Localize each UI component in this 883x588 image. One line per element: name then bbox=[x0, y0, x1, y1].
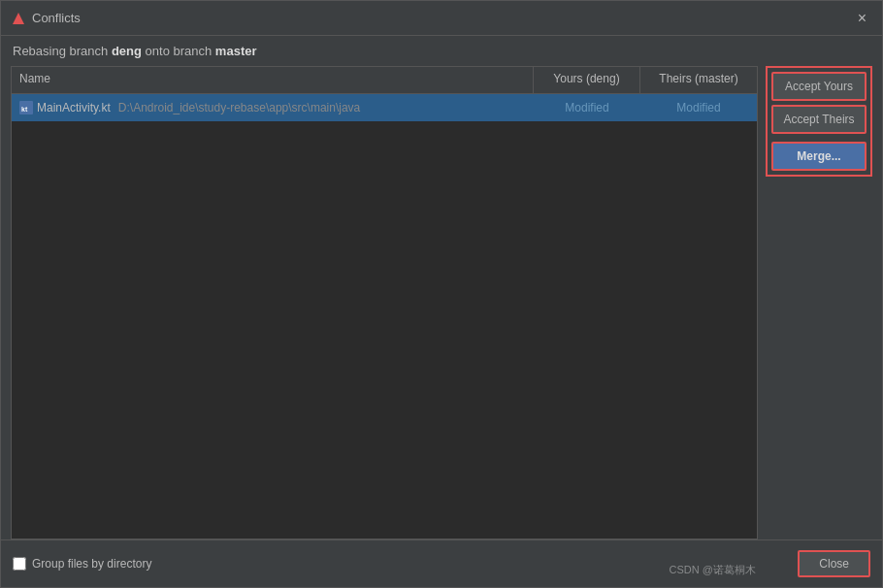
main-row: Name Yours (deng) Theirs (master) kt Mai… bbox=[11, 66, 872, 539]
git-icon bbox=[11, 11, 26, 26]
accept-theirs-button[interactable]: Accept Theirs bbox=[771, 105, 867, 134]
table-header: Name Yours (deng) Theirs (master) bbox=[12, 67, 757, 94]
branch-name: deng bbox=[112, 44, 142, 58]
window-close-button[interactable]: × bbox=[852, 9, 872, 28]
close-dialog-button[interactable]: Close bbox=[798, 550, 870, 577]
svg-marker-0 bbox=[13, 13, 24, 24]
col-header-theirs: Theirs (master) bbox=[640, 67, 757, 93]
row-yours-status: Modified bbox=[534, 101, 640, 114]
subtitle-bar: Rebasing branch deng onto branch master bbox=[1, 36, 882, 66]
conflicts-dialog: Conflicts × Rebasing branch deng onto br… bbox=[0, 0, 883, 588]
row-theirs-status: Modified bbox=[640, 101, 757, 114]
col-header-name: Name bbox=[12, 67, 534, 93]
accept-yours-button[interactable]: Accept Yours bbox=[771, 72, 867, 101]
row-filename: MainActivity.kt bbox=[37, 101, 111, 114]
action-panel: Accept Yours Accept Theirs Merge... bbox=[766, 66, 872, 539]
col-header-yours: Yours (deng) bbox=[534, 67, 640, 93]
row-name-cell: kt MainActivity.kt D:\Android_ide\study-… bbox=[12, 101, 534, 114]
subtitle-prefix: Rebasing branch bbox=[13, 44, 112, 58]
title-bar: Conflicts × bbox=[1, 1, 882, 36]
target-branch: master bbox=[215, 44, 257, 58]
group-files-checkbox[interactable] bbox=[13, 557, 26, 571]
file-icon: kt bbox=[19, 101, 33, 114]
subtitle-middle: onto branch bbox=[142, 44, 215, 58]
group-files-label: Group files by directory bbox=[32, 557, 151, 571]
merge-button[interactable]: Merge... bbox=[771, 142, 867, 171]
group-files-checkbox-label[interactable]: Group files by directory bbox=[13, 557, 151, 571]
content-area: Name Yours (deng) Theirs (master) kt Mai… bbox=[1, 66, 882, 539]
action-wrapper: Accept Yours Accept Theirs Merge... bbox=[766, 66, 872, 177]
watermark: CSDN @诺葛桐木 bbox=[670, 563, 756, 577]
row-filepath: D:\Android_ide\study-rebase\app\src\main… bbox=[118, 101, 360, 114]
svg-text:kt: kt bbox=[21, 106, 28, 113]
file-table: Name Yours (deng) Theirs (master) kt Mai… bbox=[11, 66, 758, 539]
table-body: kt MainActivity.kt D:\Android_ide\study-… bbox=[12, 94, 757, 539]
dialog-title: Conflicts bbox=[32, 11, 81, 25]
title-left: Conflicts bbox=[11, 11, 81, 26]
table-row[interactable]: kt MainActivity.kt D:\Android_ide\study-… bbox=[12, 94, 757, 121]
